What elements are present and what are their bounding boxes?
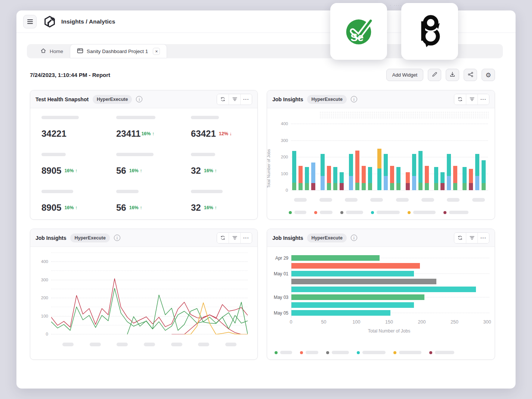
filter-button[interactable] <box>229 233 240 243</box>
x-tick-label: 100 <box>353 319 361 325</box>
refresh-button[interactable] <box>454 94 466 105</box>
metric-value: 890516% ↑ <box>41 202 116 213</box>
legend-dot <box>289 211 292 214</box>
legend-dot <box>275 351 278 354</box>
filter-button[interactable] <box>466 233 477 243</box>
more-options-button[interactable]: ··· <box>477 94 489 105</box>
ellipsis-icon: ··· <box>243 96 249 102</box>
legend-label-skeleton <box>320 211 332 214</box>
bar-segment-blue <box>412 176 416 190</box>
legend-label-skeleton <box>377 211 400 214</box>
stacked-bar <box>377 148 382 191</box>
filter-button[interactable] <box>466 94 477 105</box>
widget-title: Job Insights <box>272 235 303 241</box>
widget-actions: ··· <box>454 232 489 244</box>
metric: 890516% ↑ <box>41 190 116 213</box>
x-axis-skeleton-labels <box>51 343 248 346</box>
add-widget-button[interactable]: Add Widget <box>386 69 423 81</box>
refresh-button[interactable] <box>217 94 229 105</box>
date-label: May 03 <box>267 295 288 300</box>
stacked-bar <box>440 172 445 191</box>
bar-segment-teal <box>396 167 400 183</box>
legend-item <box>314 211 332 214</box>
bar-segment-green <box>333 183 337 190</box>
legend-item <box>371 211 400 214</box>
x-label-skeleton <box>319 198 332 202</box>
stacked-bar <box>327 166 331 191</box>
widget-job-insights-hbar: Job Insights HyperExecute i ··· Apr 29Ma… <box>267 229 495 360</box>
refresh-button[interactable] <box>217 233 229 243</box>
more-options-button[interactable]: ··· <box>240 94 252 105</box>
metric-label-skeleton <box>191 116 219 119</box>
stacked-bar <box>396 167 401 191</box>
legend-dot <box>314 211 317 214</box>
widget-title: Test Health Snapshot <box>35 96 89 102</box>
hyperexecute-badge: HyperExecute <box>307 233 346 242</box>
info-icon[interactable]: i <box>114 235 120 241</box>
hbar <box>291 263 420 269</box>
tab-close-icon[interactable]: ✕ <box>153 48 160 55</box>
stacked-bar <box>339 172 344 191</box>
refresh-button[interactable] <box>454 233 466 243</box>
bar-segment-yellow <box>377 149 381 169</box>
legend-label-skeleton <box>435 351 454 354</box>
hbar <box>291 302 414 308</box>
metric: 5616% ↑ <box>116 190 191 213</box>
stacked-bar <box>418 151 423 191</box>
y-tick-label: 100 <box>277 171 288 176</box>
bar-segment-teal <box>475 154 479 176</box>
legend-item <box>393 351 421 354</box>
stacked-bar <box>412 154 417 191</box>
metric: 3216% ↑ <box>191 153 250 176</box>
download-button[interactable] <box>446 69 459 81</box>
chart-legend <box>289 211 468 214</box>
stacked-bar <box>462 167 467 191</box>
selenium-logo-icon: Se <box>341 13 376 49</box>
legend-label-skeleton <box>346 211 363 214</box>
metric-number: 32 <box>191 166 201 176</box>
bar-segment-green <box>368 183 372 190</box>
widget-header: Test Health Snapshot HyperExecute i ··· <box>30 90 257 108</box>
hbar <box>291 255 380 261</box>
automation-loop-card[interactable] <box>401 3 458 60</box>
bar-segment-green <box>362 183 366 190</box>
stacked-bar <box>383 154 388 191</box>
settings-button[interactable]: ⚙ <box>482 69 495 81</box>
more-options-button[interactable]: ··· <box>477 233 489 243</box>
x-label-skeleton <box>294 198 307 202</box>
metric-label-skeleton <box>41 190 73 193</box>
edit-button[interactable] <box>428 69 441 81</box>
hbar <box>291 294 424 300</box>
metric: 2341116% ↑ <box>116 116 191 139</box>
widget-header: Job Insights HyperExecute i ··· <box>267 229 495 247</box>
x-label-skeleton <box>198 343 209 346</box>
stacked-bar <box>292 151 297 191</box>
more-options-button[interactable]: ··· <box>240 233 252 243</box>
bar-segment-teal <box>412 154 416 176</box>
info-icon[interactable]: i <box>136 96 142 102</box>
y-tick-label: 0 <box>37 332 48 336</box>
info-icon[interactable]: i <box>351 235 357 241</box>
metric-label-skeleton <box>116 116 155 119</box>
bar-segment-green <box>425 183 429 190</box>
bar-segment-teal <box>463 167 467 183</box>
stacked-bar <box>298 166 303 191</box>
bar-segment-teal <box>305 167 309 183</box>
share-button[interactable] <box>464 69 477 81</box>
hbar-row <box>291 263 487 269</box>
bar-segment-green <box>327 183 331 190</box>
metric: 6342112% ↓ <box>191 116 250 139</box>
info-icon[interactable]: i <box>351 96 357 102</box>
line-chart: 0100200300400 <box>30 247 257 360</box>
tab-home[interactable]: Home <box>34 44 70 58</box>
selenium-card[interactable]: Se <box>330 3 387 60</box>
bar-segment-green <box>396 183 400 190</box>
legend-dot <box>443 211 446 214</box>
metric: 3216% ↑ <box>191 190 250 213</box>
filter-button[interactable] <box>229 94 240 105</box>
hamburger-menu-button[interactable] <box>23 15 37 28</box>
legend-label-skeleton <box>399 351 421 354</box>
legend-item <box>408 211 436 214</box>
stacked-bar <box>405 172 410 191</box>
tab-sanity-dashboard[interactable]: Sanity Dashboard Project 1 ✕ <box>70 44 167 58</box>
